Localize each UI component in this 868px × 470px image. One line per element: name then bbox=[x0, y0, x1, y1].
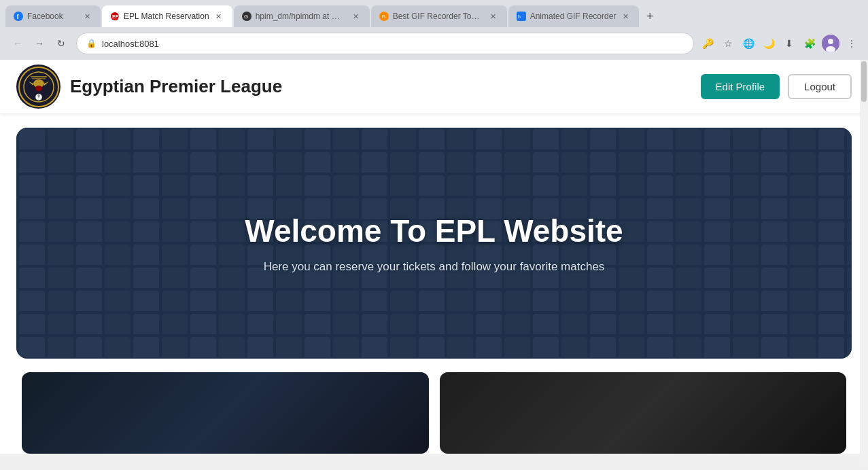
logout-button[interactable]: Logout bbox=[788, 74, 852, 99]
browser-chrome: f Facebook ✕ EPL EPL Match Reservation ✕ bbox=[0, 0, 868, 60]
svg-text:G: G bbox=[381, 14, 385, 19]
tab-github-close[interactable]: ✕ bbox=[351, 11, 362, 22]
tab-gif-tools[interactable]: G Best GIF Recorder Tools... ✕ bbox=[371, 5, 507, 27]
url-bar[interactable]: 🔒 localhost:8081 bbox=[76, 33, 694, 54]
navbar-brand: Egyptian Premier League bbox=[16, 65, 701, 109]
download-icon[interactable]: ⬇ bbox=[781, 35, 797, 52]
bottom-card-right[interactable] bbox=[440, 372, 847, 454]
tab-github[interactable]: G hpim_dm/hpimdm at ma... ✕ bbox=[234, 5, 370, 27]
hero-section: Welcome To EPL Website Here you can rese… bbox=[16, 128, 852, 359]
bottom-card-left[interactable] bbox=[22, 372, 429, 454]
nav-buttons: ← → ↻ bbox=[8, 34, 71, 53]
navbar-actions: Edit Profile Logout bbox=[701, 74, 852, 99]
facebook-favicon: f bbox=[14, 12, 23, 21]
epl-favicon: EPL bbox=[110, 12, 120, 21]
bookmark-icon[interactable]: ☆ bbox=[720, 35, 736, 52]
password-manager-icon[interactable]: 🔑 bbox=[699, 35, 716, 52]
back-button[interactable]: ← bbox=[8, 34, 27, 53]
tab-facebook-close[interactable]: ✕ bbox=[82, 11, 92, 22]
svg-rect-18 bbox=[31, 76, 47, 77]
reload-button[interactable]: ↻ bbox=[52, 34, 71, 53]
website-content: Egyptian Premier League Edit Profile Log… bbox=[0, 60, 868, 454]
card-right-overlay bbox=[440, 372, 847, 454]
svg-text:h: h bbox=[518, 14, 521, 19]
tab-gif-tools-title: Best GIF Recorder Tools... bbox=[393, 12, 484, 21]
new-tab-button[interactable]: + bbox=[640, 7, 659, 26]
hero-title: Welcome To EPL Website bbox=[245, 213, 623, 249]
brand-name: Egyptian Premier League bbox=[70, 76, 282, 97]
svg-point-11 bbox=[828, 39, 833, 44]
dark-mode-icon[interactable]: 🌙 bbox=[761, 35, 777, 52]
tab-facebook[interactable]: f Facebook ✕ bbox=[5, 5, 101, 27]
hero-content: Welcome To EPL Website Here you can rese… bbox=[245, 213, 623, 274]
forward-button[interactable]: → bbox=[30, 34, 49, 53]
logo-svg bbox=[18, 67, 59, 107]
edit-profile-button[interactable]: Edit Profile bbox=[701, 74, 780, 99]
bottom-cards bbox=[16, 372, 852, 454]
svg-text:G: G bbox=[244, 14, 248, 20]
lock-icon: 🔒 bbox=[86, 39, 97, 48]
menu-icon[interactable]: ⋮ bbox=[844, 35, 860, 52]
navbar: Egyptian Premier League Edit Profile Log… bbox=[0, 60, 868, 114]
scrollbar-thumb[interactable] bbox=[861, 61, 867, 102]
tab-github-title: hpim_dm/hpimdm at ma... bbox=[256, 12, 347, 21]
tab-gif-tools-close[interactable]: ✕ bbox=[488, 11, 499, 22]
tab-gif-recorder[interactable]: h Animated GIF Recorder ✕ bbox=[508, 5, 640, 27]
svg-text:EPL: EPL bbox=[112, 14, 120, 19]
tab-epl-title: EPL Match Reservation bbox=[124, 12, 209, 21]
tab-gif-recorder-title: Animated GIF Recorder bbox=[530, 12, 617, 21]
card-left-overlay bbox=[22, 372, 429, 454]
tab-facebook-title: Facebook bbox=[27, 12, 77, 21]
tab-gif-recorder-close[interactable]: ✕ bbox=[620, 11, 631, 22]
svg-point-16 bbox=[35, 86, 42, 91]
extensions-icon[interactable]: 🧩 bbox=[801, 35, 818, 52]
epl-logo bbox=[16, 65, 60, 109]
translate-icon[interactable]: 🌐 bbox=[740, 35, 757, 52]
scrollbar[interactable] bbox=[860, 60, 868, 454]
hero-background: Welcome To EPL Website Here you can rese… bbox=[16, 128, 852, 359]
url-text: localhost:8081 bbox=[102, 39, 684, 49]
tab-epl[interactable]: EPL EPL Match Reservation ✕ bbox=[102, 5, 232, 27]
github-favicon: G bbox=[242, 12, 251, 21]
address-bar: ← → ↻ 🔒 localhost:8081 🔑 ☆ 🌐 🌙 ⬇ 🧩 ⋮ bbox=[0, 27, 868, 60]
tab-bar: f Facebook ✕ EPL EPL Match Reservation ✕ bbox=[0, 0, 868, 27]
svg-rect-19 bbox=[32, 78, 46, 79]
hero-subtitle: Here you can reserve your tickets and fo… bbox=[245, 260, 623, 274]
profile-avatar[interactable] bbox=[822, 35, 839, 52]
browser-actions: 🔑 ☆ 🌐 🌙 ⬇ 🧩 ⋮ bbox=[699, 35, 860, 52]
gif-tools-favicon: G bbox=[379, 12, 389, 21]
gif-recorder-favicon: h bbox=[517, 12, 526, 21]
tab-epl-close[interactable]: ✕ bbox=[213, 11, 224, 22]
